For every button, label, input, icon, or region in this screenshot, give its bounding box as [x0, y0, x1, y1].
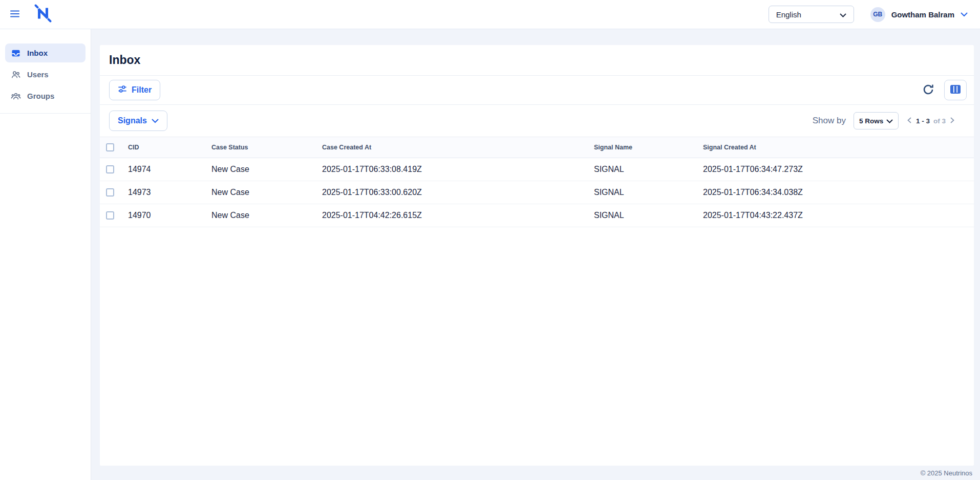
avatar: GB	[870, 7, 885, 22]
signals-dropdown-label: Signals	[118, 116, 147, 125]
users-icon	[11, 70, 21, 80]
row-checkbox[interactable]	[106, 211, 114, 220]
menu-icon	[10, 10, 19, 19]
cell-case-status: New Case	[211, 211, 322, 220]
sliders-icon	[118, 84, 127, 96]
filter-button[interactable]: Filter	[109, 80, 160, 100]
chevron-right-icon	[950, 117, 954, 125]
cell-case-created-at: 2025-01-17T06:33:00.620Z	[322, 188, 594, 197]
cell-signal-created-at: 2025-01-17T06:34:47.273Z	[703, 165, 974, 174]
table-row[interactable]: 14974 New Case 2025-01-17T06:33:08.419Z …	[100, 158, 974, 181]
next-page-button[interactable]	[949, 116, 955, 126]
columns-icon	[950, 85, 961, 95]
pagination-total: of 3	[933, 117, 946, 125]
rows-per-page-value: 5 Rows	[859, 117, 883, 125]
avatar-initials: GB	[873, 11, 882, 18]
pagination: 1 - 3 of 3	[906, 116, 955, 126]
chevron-down-icon	[886, 117, 893, 125]
table-row[interactable]: 14970 New Case 2025-01-17T04:42:26.615Z …	[100, 204, 974, 227]
groups-icon	[11, 91, 21, 101]
list-controls: Signals Show by 5 Rows	[100, 105, 974, 137]
show-by-label: Show by	[813, 116, 846, 126]
sidebar: Inbox Users	[0, 29, 91, 480]
neutrinos-logo-icon	[33, 3, 53, 26]
cell-case-status: New Case	[211, 188, 322, 197]
sidebar-item-groups[interactable]: Groups	[5, 86, 86, 105]
column-header-signal-name[interactable]: Signal Name	[594, 144, 703, 151]
language-value: English	[776, 10, 801, 19]
column-header-case-created-at[interactable]: Case Created At	[322, 144, 594, 151]
table-empty-space	[100, 227, 974, 466]
chevron-down-icon	[840, 10, 846, 19]
rows-per-page-select[interactable]: 5 Rows	[854, 112, 899, 129]
sidebar-item-label: Groups	[27, 92, 54, 100]
prev-page-button[interactable]	[906, 116, 912, 126]
row-checkbox[interactable]	[106, 188, 114, 197]
cell-signal-created-at: 2025-01-17T06:34:34.038Z	[703, 188, 974, 197]
row-checkbox[interactable]	[106, 165, 114, 173]
chevron-down-icon	[152, 116, 159, 125]
language-select[interactable]: English	[769, 6, 854, 23]
cell-cid: 14970	[128, 211, 211, 220]
user-name: Gowtham Balram	[891, 10, 954, 19]
column-settings-button[interactable]	[944, 80, 967, 100]
signals-dropdown[interactable]: Signals	[109, 111, 167, 131]
table-body: 14974 New Case 2025-01-17T06:33:08.419Z …	[100, 158, 974, 227]
cell-signal-name: SIGNAL	[594, 211, 703, 220]
title-row: Inbox	[100, 45, 974, 76]
cell-signal-created-at: 2025-01-17T04:43:22.437Z	[703, 211, 974, 220]
cell-cid: 14973	[128, 188, 211, 197]
column-header-signal-created-at[interactable]: Signal Created At	[703, 144, 974, 151]
filter-button-label: Filter	[132, 85, 152, 95]
cell-signal-name: SIGNAL	[594, 165, 703, 174]
select-all-checkbox[interactable]	[106, 143, 114, 151]
cell-cid: 14974	[128, 165, 211, 174]
table-header-row: CID Case Status Case Created At Signal N…	[100, 137, 974, 158]
chevron-left-icon	[907, 117, 911, 125]
hamburger-menu-button[interactable]	[8, 8, 22, 21]
table-row[interactable]: 14973 New Case 2025-01-17T06:33:00.620Z …	[100, 181, 974, 204]
sidebar-item-inbox[interactable]: Inbox	[5, 43, 86, 62]
chevron-down-icon	[961, 10, 968, 19]
inbox-card: Inbox Filter	[100, 45, 974, 466]
sidebar-item-users[interactable]: Users	[5, 65, 86, 84]
column-header-case-status[interactable]: Case Status	[211, 144, 322, 151]
cell-signal-name: SIGNAL	[594, 188, 703, 197]
refresh-icon	[922, 83, 935, 98]
sidebar-item-label: Users	[27, 70, 49, 79]
copyright-text: © 2025 Neutrinos	[921, 469, 972, 477]
main-content: Inbox Filter	[91, 29, 980, 480]
cell-case-status: New Case	[211, 165, 322, 174]
column-header-cid[interactable]: CID	[128, 144, 211, 151]
toolbar: Filter	[100, 76, 974, 105]
cell-case-created-at: 2025-01-17T06:33:08.419Z	[322, 165, 594, 174]
user-menu[interactable]: GB Gowtham Balram	[870, 7, 968, 22]
pagination-range: 1 - 3	[916, 117, 930, 125]
refresh-button[interactable]	[920, 81, 937, 100]
page-title: Inbox	[109, 53, 140, 67]
page-footer: © 2025 Neutrinos	[100, 466, 974, 480]
inbox-icon	[11, 48, 21, 58]
sidebar-item-label: Inbox	[27, 49, 48, 57]
top-bar: English GB Gowtham Balram	[0, 0, 980, 29]
cell-case-created-at: 2025-01-17T04:42:26.615Z	[322, 211, 594, 220]
sidebar-divider	[0, 113, 91, 114]
